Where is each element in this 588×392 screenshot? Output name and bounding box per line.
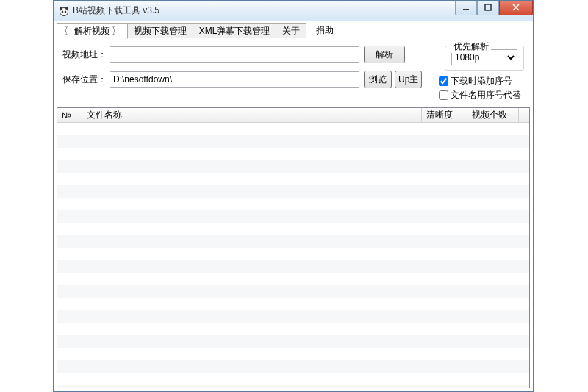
tab-parse-video[interactable]: 〖 解析视频 〗	[57, 23, 128, 39]
col-number-label: №	[62, 110, 71, 121]
maximize-button[interactable]	[477, 1, 499, 15]
col-filename-label: 文件名称	[87, 109, 122, 121]
url-label: 视频地址：	[62, 49, 110, 61]
up-label: Up主	[398, 74, 418, 85]
parse-label: 解析	[376, 49, 393, 60]
file-table: № 文件名称 清晰度 视频个数	[57, 107, 530, 388]
svg-point-4	[65, 10, 67, 13]
donate-label: 捐助	[316, 25, 334, 35]
browse-label: 浏览	[369, 74, 387, 85]
titlebar[interactable]: B站视频下载工具 v3.5	[54, 1, 533, 21]
priority-legend: 优先解析	[451, 40, 491, 53]
svg-rect-6	[485, 4, 491, 10]
col-spacer	[519, 108, 529, 122]
right-options: 优先解析 1080p 下载时添加序号 文件名用序号代替	[439, 46, 524, 103]
tab-about[interactable]: 关于	[276, 23, 306, 38]
col-filename[interactable]: 文件名称	[82, 108, 422, 122]
tab-download-manage[interactable]: 视频下载管理	[127, 23, 193, 38]
priority-group: 优先解析 1080p	[445, 46, 524, 71]
window-controls	[455, 1, 533, 15]
svg-point-3	[62, 10, 64, 13]
video-url-input[interactable]	[110, 46, 359, 63]
form-area: 视频地址： 解析 保存位置： 浏览 Up主	[57, 38, 530, 107]
tab-label: XML弹幕下载管理	[199, 26, 270, 36]
window-title: B站视频下载工具 v3.5	[73, 4, 159, 17]
svg-point-2	[65, 7, 68, 10]
tab-label: 视频下载管理	[134, 26, 187, 36]
parse-button[interactable]: 解析	[364, 46, 405, 63]
table-body[interactable]	[57, 123, 529, 388]
col-clarity-label: 清晰度	[426, 109, 453, 121]
browse-button[interactable]: 浏览	[364, 71, 392, 88]
svg-rect-5	[463, 9, 469, 10]
use-seq-name-checkbox[interactable]	[439, 90, 448, 100]
tab-label: 关于	[282, 26, 300, 36]
tabstrip: 〖 解析视频 〗 视频下载管理 XML弹幕下载管理 关于 捐助	[57, 23, 530, 38]
use-seq-name-label: 文件名用序号代替	[451, 89, 521, 101]
app-icon	[58, 5, 70, 17]
col-number[interactable]: №	[57, 108, 82, 122]
add-seq-label: 下载时添加序号	[451, 75, 512, 88]
save-path-input[interactable]	[110, 71, 359, 88]
col-count-label: 视频个数	[472, 109, 507, 121]
tab-label: 〖 解析视频 〗	[63, 26, 121, 36]
add-seq-checkbox[interactable]	[439, 76, 448, 86]
tab-xml-danmu[interactable]: XML弹幕下载管理	[193, 23, 277, 38]
save-path-label: 保存位置：	[62, 74, 110, 86]
up-owner-button[interactable]: Up主	[395, 71, 422, 88]
svg-point-1	[60, 7, 62, 10]
col-count[interactable]: 视频个数	[467, 108, 519, 122]
table-header: № 文件名称 清晰度 视频个数	[57, 108, 529, 123]
close-button[interactable]	[499, 1, 533, 15]
client-area: 〖 解析视频 〗 视频下载管理 XML弹幕下载管理 关于 捐助 视频地址： 解析…	[54, 21, 533, 391]
app-window: B站视频下载工具 v3.5 〖 解析视频 〗 视频下载管理 XML弹幕下载管理 …	[53, 0, 534, 392]
donate-button[interactable]: 捐助	[306, 23, 344, 38]
minimize-button[interactable]	[455, 1, 477, 15]
col-clarity[interactable]: 清晰度	[422, 108, 467, 122]
